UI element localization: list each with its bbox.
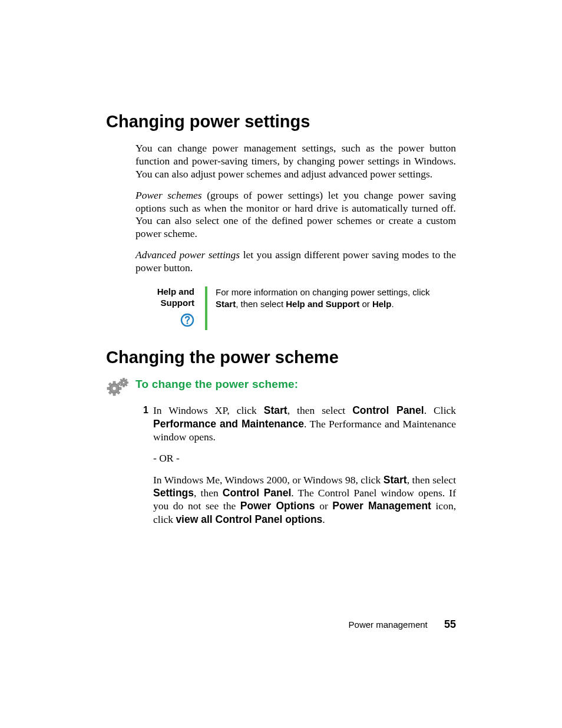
step-1-paragraph-a: In Windows XP, click Start, then select … xyxy=(153,404,456,443)
svg-rect-4 xyxy=(113,381,115,384)
task-heading: To change the power scheme: xyxy=(135,378,298,391)
callout-text-mid1: , then select xyxy=(236,299,286,309)
step-1-paragraph-b: In Windows Me, Windows 2000, or Windows … xyxy=(153,473,456,526)
s1b-start: Start xyxy=(384,474,407,486)
s1b-control-panel: Control Panel xyxy=(223,487,292,499)
svg-rect-17 xyxy=(127,382,128,384)
s1b-settings: Settings xyxy=(153,487,194,499)
s1b-mid2: , then xyxy=(194,487,223,499)
callout-help-bold: Help xyxy=(372,299,392,309)
intro-paragraph-1: You can change power management settings… xyxy=(135,142,456,181)
gear-icon xyxy=(106,388,130,398)
callout-label-line1: Help and xyxy=(135,286,194,298)
document-page: Changing power settings You can change p… xyxy=(0,0,562,728)
s1b-power-options: Power Options xyxy=(240,500,315,512)
callout-text: For more information on changing power s… xyxy=(207,286,434,330)
s1b-mid4: or xyxy=(315,500,333,512)
s1b-power-management: Power Management xyxy=(332,500,431,512)
step-1: 1 In Windows XP, click Start, then selec… xyxy=(135,404,456,534)
s1a-mid2: . Click xyxy=(424,404,456,416)
s1a-control-panel: Control Panel xyxy=(352,404,424,416)
s1a-perf-maint: Performance and Maintenance xyxy=(153,418,304,430)
callout-start-bold: Start xyxy=(216,299,236,309)
callout-label-line2: Support xyxy=(135,298,194,309)
help-support-callout: Help and Support For more information on… xyxy=(135,286,456,330)
svg-point-1 xyxy=(187,322,189,324)
svg-point-13 xyxy=(123,381,125,384)
task-row: To change the power scheme: xyxy=(106,378,456,399)
s1a-mid1: , then select xyxy=(287,404,353,416)
step-1-number: 1 xyxy=(135,404,153,534)
s1a-start: Start xyxy=(264,404,287,416)
callout-help-and-support-bold: Help and Support xyxy=(286,299,359,309)
advanced-power-settings-term: Advanced power settings xyxy=(135,249,240,261)
svg-rect-7 xyxy=(118,387,121,390)
svg-rect-5 xyxy=(113,393,115,396)
heading-changing-power-settings: Changing power settings xyxy=(106,112,456,131)
gear-icon-cell xyxy=(106,378,135,399)
s1b-pre: In Windows Me, Windows 2000, or Windows … xyxy=(153,474,384,486)
s1b-view-all: view all Control Panel options xyxy=(176,513,322,525)
footer-page-number: 55 xyxy=(444,618,456,630)
s1a-pre: In Windows XP, click xyxy=(153,404,264,416)
svg-rect-6 xyxy=(107,387,110,390)
intro-block: You can change power management settings… xyxy=(135,142,456,275)
intro-paragraph-2: Power schemes (groups of power settings)… xyxy=(135,189,456,241)
footer-chapter: Power management xyxy=(349,620,428,630)
step-1-or: - OR - xyxy=(153,452,456,465)
help-question-icon xyxy=(180,313,194,330)
intro-paragraph-3: Advanced power settings let you assign d… xyxy=(135,249,456,275)
svg-rect-14 xyxy=(123,378,125,380)
svg-point-3 xyxy=(113,387,116,390)
step-1-body: In Windows XP, click Start, then select … xyxy=(153,404,456,534)
callout-text-suffix: . xyxy=(391,299,394,309)
svg-rect-15 xyxy=(123,386,125,387)
s1b-post: . xyxy=(322,513,325,525)
callout-text-mid2: or xyxy=(359,299,372,309)
power-schemes-term: Power schemes xyxy=(135,189,202,201)
page-footer: Power management 55 xyxy=(349,618,456,631)
callout-label: Help and Support xyxy=(135,286,205,330)
svg-rect-16 xyxy=(120,382,121,384)
s1b-mid1: , then select xyxy=(407,474,456,486)
callout-text-prefix: For more information on changing power s… xyxy=(216,287,430,297)
heading-changing-power-scheme: Changing the power scheme xyxy=(106,348,456,367)
